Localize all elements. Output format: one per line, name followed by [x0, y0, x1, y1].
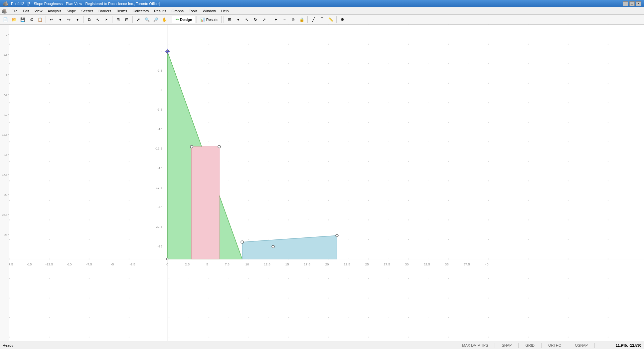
menu-analysis[interactable]: Analysis — [45, 8, 64, 14]
split-view-button[interactable]: ⊞ — [114, 16, 122, 24]
main-area: 0 -2.5 -5 -7.5 -10 -12.5 -15 -17.5 -20 -… — [0, 25, 644, 341]
menu-help[interactable]: Help — [219, 8, 232, 14]
svg-text:2.5: 2.5 — [185, 262, 190, 266]
svg-text:-17.5: -17.5 — [9, 262, 13, 266]
save-button[interactable]: 💾 — [19, 16, 27, 24]
cp-collector-mid — [272, 245, 274, 248]
measure[interactable]: 📏 — [327, 16, 335, 24]
undo-arrow[interactable]: ▾ — [56, 16, 64, 24]
menu-results[interactable]: Results — [151, 8, 169, 14]
zoom-in-button[interactable]: 🔍 — [143, 16, 151, 24]
delete-button[interactable]: ✂ — [102, 16, 110, 24]
svg-text:-25: -25 — [3, 233, 7, 236]
status-sep5 — [568, 343, 568, 348]
canvas-area[interactable]: -17.5 -15 -12.5 -10 -7.5 -5 -2.5 0 2.5 5… — [9, 25, 644, 341]
results-label: Results — [206, 18, 219, 22]
svg-text:22.5: 22.5 — [344, 262, 350, 266]
svg-text:-12.5: -12.5 — [1, 133, 8, 136]
design-mode-button[interactable]: ✏ Design — [172, 16, 196, 23]
menu-berms[interactable]: Berms — [114, 8, 130, 14]
print-button[interactable]: 🖨 — [27, 16, 35, 24]
svg-text:0: 0 — [6, 33, 8, 36]
undo-button[interactable]: ↩ — [48, 16, 56, 24]
snap-toggle[interactable]: ⊕ — [289, 16, 297, 24]
osnap-label: OSNAP — [575, 343, 588, 347]
cp-collector-r — [336, 234, 338, 237]
sep1 — [46, 16, 46, 23]
sep9 — [336, 16, 337, 23]
menu-collectors[interactable]: Collectors — [130, 8, 151, 14]
svg-text:0: 0 — [166, 262, 168, 266]
svg-text:27.5: 27.5 — [384, 262, 390, 266]
menu-view[interactable]: View — [32, 8, 45, 14]
lock-toggle[interactable]: 🔒 — [298, 16, 306, 24]
menu-seeder[interactable]: Seeder — [79, 8, 95, 14]
settings-button[interactable]: ⚙ — [338, 16, 346, 24]
table-button[interactable]: ⊞ — [226, 16, 234, 24]
svg-text:-20: -20 — [3, 193, 7, 196]
toolbar: 📄 📂 💾 🖨 📋 ↩ ▾ ↪ ▾ ⧉ ↖ ✂ ⊞ ⊟ ⤢ 🔍 🔎 ✋ ✏ De… — [0, 15, 644, 25]
menu-slope[interactable]: Slope — [64, 8, 79, 14]
new-button[interactable]: 📄 — [1, 16, 9, 24]
rotate-tool[interactable]: ↻ — [251, 16, 259, 24]
table-arrow[interactable]: ▾ — [234, 16, 242, 24]
svg-text:32.5: 32.5 — [423, 262, 430, 266]
menu-tools[interactable]: Tools — [186, 8, 200, 14]
svg-text:-2.5: -2.5 — [129, 262, 135, 266]
sep2 — [83, 16, 83, 23]
zoom-out-button[interactable]: 🔎 — [152, 16, 160, 24]
zoom-extent-button[interactable]: ⤢ — [134, 16, 142, 24]
barrier-rectangle — [192, 147, 219, 259]
status-sep6 — [594, 343, 595, 348]
svg-text:-20: -20 — [158, 205, 163, 209]
status-sep3 — [518, 343, 519, 348]
close-button[interactable]: ✕ — [636, 1, 641, 6]
open-button[interactable]: 📂 — [10, 16, 18, 24]
svg-text:-10: -10 — [158, 127, 163, 131]
svg-text:-15: -15 — [27, 262, 32, 266]
svg-text:-22.5: -22.5 — [1, 213, 8, 216]
pan-button[interactable]: ✋ — [160, 16, 168, 24]
draw-line[interactable]: ╱ — [309, 16, 317, 24]
add-point[interactable]: + — [272, 16, 280, 24]
menu-file[interactable]: File — [9, 8, 20, 14]
status-sep1 — [36, 343, 36, 348]
svg-text:-7.5: -7.5 — [3, 93, 7, 96]
svg-text:-17.5: -17.5 — [155, 186, 162, 189]
menu-window[interactable]: Window — [200, 8, 219, 14]
redo-arrow[interactable]: ▾ — [74, 16, 81, 24]
svg-text:-5: -5 — [159, 88, 162, 92]
menu-barriers[interactable]: Barriers — [96, 8, 114, 14]
restore-button[interactable]: □ — [629, 1, 635, 6]
remove-point[interactable]: − — [280, 16, 288, 24]
move-tool[interactable]: ⤡ — [243, 16, 251, 24]
redo-button[interactable]: ↪ — [65, 16, 73, 24]
grid-label: GRID — [525, 343, 535, 347]
menu-edit[interactable]: Edit — [20, 8, 32, 14]
svg-text:15: 15 — [285, 262, 289, 266]
copy-button[interactable]: ⧉ — [85, 16, 93, 24]
coordinates-display: 11.945, -12.530 — [601, 343, 641, 347]
svg-text:-7.5: -7.5 — [157, 108, 163, 111]
svg-text:-7.5: -7.5 — [86, 262, 92, 266]
svg-text:37.5: 37.5 — [463, 262, 470, 266]
sep7 — [270, 16, 270, 23]
status-sep4 — [541, 343, 542, 348]
minimize-button[interactable]: ─ — [623, 1, 628, 6]
svg-text:10: 10 — [245, 262, 249, 266]
draw-curve[interactable]: ⌒ — [318, 16, 326, 24]
menu-graphs[interactable]: Graphs — [169, 8, 186, 14]
svg-text:25: 25 — [365, 262, 369, 266]
svg-text:-25: -25 — [158, 244, 163, 248]
export-button[interactable]: 📋 — [36, 16, 44, 24]
window-title: Rocfall2 - [5 - Slope Roughness - Plan V… — [11, 2, 160, 6]
svg-text:-2.5: -2.5 — [3, 53, 7, 56]
svg-text:40: 40 — [485, 262, 489, 266]
select-button[interactable]: ↖ — [94, 16, 102, 24]
svg-text:35: 35 — [445, 262, 449, 266]
results-mode-button[interactable]: 📊 Results — [197, 16, 222, 23]
title-controls[interactable]: ─ □ ✕ — [623, 1, 641, 6]
scale-tool[interactable]: ⤢ — [260, 16, 268, 24]
sep6 — [224, 16, 224, 23]
single-view-button[interactable]: ⊟ — [123, 16, 131, 24]
